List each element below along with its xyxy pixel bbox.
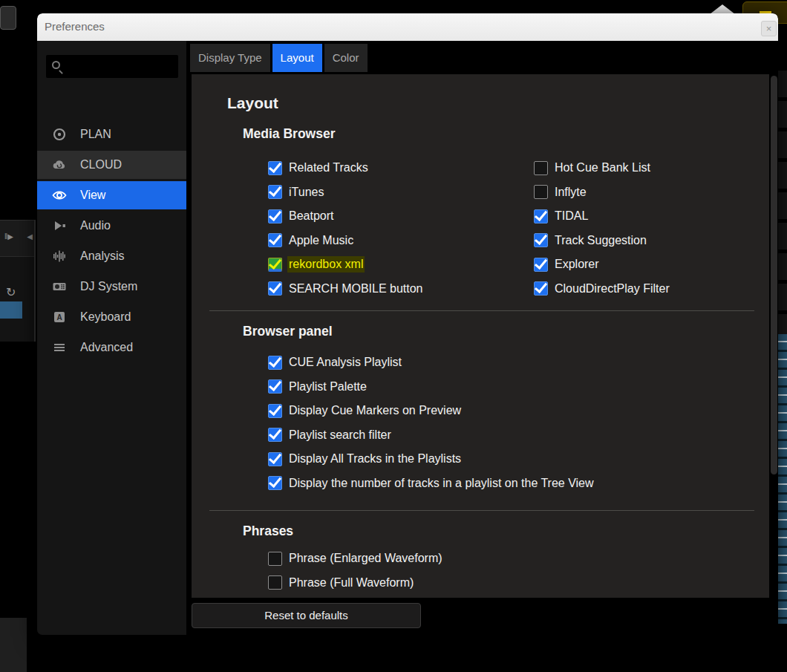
- svg-text:A: A: [56, 313, 62, 322]
- checkbox-label: TIDAL: [555, 209, 588, 223]
- background-divider: [34, 220, 36, 342]
- tab-bar: Display Type Layout Color: [186, 41, 778, 74]
- checkbox-checked[interactable]: [268, 209, 282, 224]
- checkbox-checked[interactable]: [534, 281, 548, 296]
- sidebar-item-view[interactable]: View: [37, 181, 186, 209]
- checkbox-row[interactable]: Display All Tracks in the Playlists: [268, 447, 594, 472]
- checkbox-checked[interactable]: [534, 233, 548, 247]
- checkbox-row[interactable]: Phrase (Full Waveform): [268, 571, 443, 596]
- checkbox-label: Hot Cue Bank List: [555, 161, 650, 174]
- preferences-dialog: Preferences × PLAN CLOUD: [37, 13, 778, 635]
- checkbox-unchecked[interactable]: [534, 161, 548, 175]
- background-collapse-icon: ‖▶: [4, 232, 13, 241]
- checkbox-row[interactable]: Beatport: [268, 204, 423, 229]
- waveform-icon: [52, 249, 67, 264]
- close-button[interactable]: ×: [761, 21, 777, 36]
- checkbox-checked[interactable]: [268, 476, 282, 490]
- sidebar-item-label: PLAN: [80, 128, 111, 141]
- checkbox-row[interactable]: Apple Music: [268, 229, 423, 253]
- checkbox-row[interactable]: Phrase (Enlarged Waveform): [268, 547, 443, 571]
- checkbox-label: CloudDirectPlay Filter: [555, 282, 670, 296]
- eye-icon: [52, 188, 67, 203]
- sidebar-item-label: DJ System: [80, 280, 137, 293]
- reset-to-defaults-button[interactable]: Reset to defaults: [192, 603, 421, 628]
- checkbox-row[interactable]: TIDAL: [534, 204, 670, 229]
- checkbox-checked-highlighted[interactable]: [268, 258, 282, 272]
- checkbox-checked[interactable]: [534, 258, 548, 272]
- checkbox-checked[interactable]: [268, 161, 282, 175]
- checkbox-row[interactable]: Display Cue Markers on Preview: [268, 399, 594, 423]
- section-divider: [209, 510, 754, 511]
- background-selected-cell: [0, 301, 22, 319]
- tab-display-type[interactable]: Display Type: [190, 44, 270, 72]
- checkbox-label: Playlist Palette: [289, 380, 367, 394]
- sidebar-item-label: Advanced: [80, 341, 133, 354]
- sidebar-nav: PLAN CLOUD View: [37, 120, 186, 364]
- checkbox-row[interactable]: Playlist search filter: [268, 423, 594, 448]
- sidebar-item-dj-system[interactable]: DJ System: [37, 273, 186, 301]
- checkbox-row[interactable]: CloudDirectPlay Filter: [534, 277, 670, 301]
- checkbox-row[interactable]: Explorer: [534, 252, 670, 277]
- sidebar-item-audio[interactable]: Audio: [37, 212, 186, 240]
- checkbox-row[interactable]: Hot Cue Bank List: [534, 156, 670, 180]
- sidebar-item-label: Keyboard: [80, 310, 131, 324]
- background-tracklist-rows: [778, 71, 787, 334]
- sidebar-item-advanced[interactable]: Advanced: [37, 333, 186, 362]
- section-divider: [209, 310, 754, 311]
- checkbox-unchecked[interactable]: [268, 552, 282, 566]
- dialog-titlebar[interactable]: Preferences ×: [37, 13, 778, 41]
- checkbox-row[interactable]: SEARCH MOBILE button: [268, 277, 423, 301]
- checkbox-label-highlighted: rekordbox xml: [289, 258, 363, 271]
- checkbox-label: Display Cue Markers on Preview: [289, 404, 461, 417]
- sidebar-item-keyboard[interactable]: A Keyboard: [37, 303, 186, 331]
- phrases-rows: Phrase (Enlarged Waveform) Phrase (Full …: [268, 547, 443, 595]
- checkbox-row[interactable]: iTunes: [268, 180, 423, 205]
- browser-panel-heading: Browser panel: [243, 324, 333, 339]
- scrollbar-thumb[interactable]: [771, 76, 777, 474]
- browser-panel-rows: CUE Analysis Playlist Playlist Palette D…: [268, 350, 594, 495]
- screen: ‖▶ ◀ ↻ Preferences × PLAN: [0, 0, 787, 672]
- checkbox-label: Apple Music: [289, 234, 353, 247]
- background-sidebar-strip: [0, 618, 27, 672]
- checkbox-checked[interactable]: [534, 209, 548, 224]
- checkbox-row[interactable]: Display the number of tracks in a playli…: [268, 472, 594, 496]
- checkbox-row-search-highlighted[interactable]: rekordbox xml: [268, 252, 423, 277]
- search-icon: [52, 61, 60, 69]
- checkbox-checked[interactable]: [268, 379, 282, 394]
- sidebar-item-plan[interactable]: PLAN: [37, 120, 186, 149]
- checkbox-unchecked[interactable]: [534, 185, 548, 199]
- preferences-sidebar: PLAN CLOUD View: [37, 41, 186, 635]
- checkbox-checked[interactable]: [268, 185, 282, 199]
- checkbox-checked[interactable]: [268, 428, 282, 442]
- checkbox-checked[interactable]: [268, 356, 282, 370]
- sidebar-item-cloud[interactable]: CLOUD: [37, 151, 186, 179]
- checkbox-checked[interactable]: [268, 404, 282, 418]
- cloud-sync-icon: [52, 157, 67, 172]
- background-left-panel: ↻: [0, 256, 35, 342]
- media-browser-right-column: Hot Cue Bank List Inflyte TIDAL Track Su…: [534, 156, 670, 301]
- checkbox-row[interactable]: Track Suggestion: [534, 229, 670, 253]
- media-browser-left-column: Related Tracks iTunes Beatport Apple Mus…: [268, 156, 423, 301]
- checkbox-label: Related Tracks: [289, 161, 368, 174]
- sidebar-search[interactable]: [46, 55, 178, 78]
- sidebar-item-label: View: [80, 189, 105, 202]
- checkbox-row[interactable]: Related Tracks: [268, 156, 423, 180]
- page-title: Layout: [227, 94, 278, 112]
- sidebar-item-label: Analysis: [80, 249, 125, 263]
- checkbox-checked[interactable]: [268, 452, 282, 466]
- sidebar-item-analysis[interactable]: Analysis: [37, 242, 186, 270]
- checkbox-checked[interactable]: [268, 281, 282, 296]
- checkbox-row[interactable]: Inflyte: [534, 180, 670, 205]
- background-left-panel: ‖▶ ◀: [0, 220, 35, 256]
- dj-deck-icon: [52, 279, 67, 294]
- checkbox-row[interactable]: Playlist Palette: [268, 375, 594, 399]
- checkbox-row[interactable]: CUE Analysis Playlist: [268, 350, 594, 375]
- tab-layout[interactable]: Layout: [272, 44, 322, 72]
- tab-color[interactable]: Color: [324, 44, 368, 72]
- menu-lines-icon: [52, 340, 67, 355]
- checkbox-unchecked[interactable]: [268, 575, 282, 590]
- checkbox-label: Playlist search filter: [289, 428, 391, 442]
- sidebar-item-label: CLOUD: [80, 158, 122, 172]
- checkbox-checked[interactable]: [268, 233, 282, 247]
- search-input[interactable]: [65, 56, 174, 76]
